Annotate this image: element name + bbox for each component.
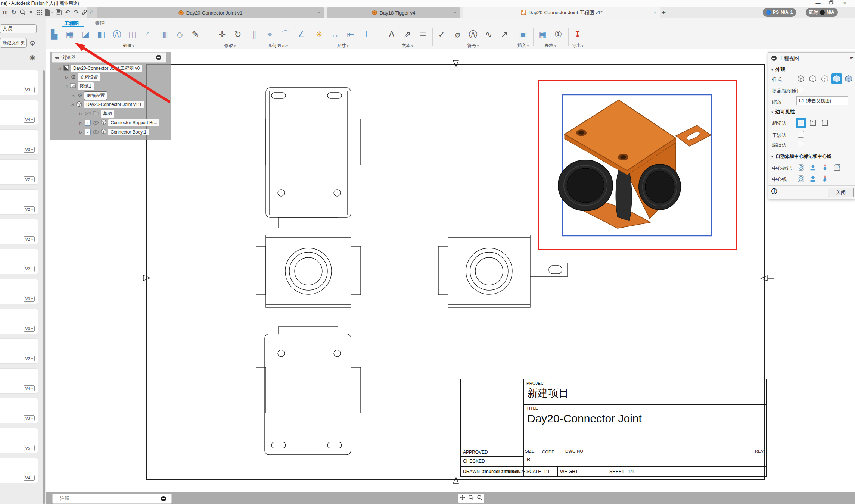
version-badge[interactable]: V4▾	[24, 117, 35, 123]
group-label-symbols[interactable]: 符号▾	[435, 43, 511, 49]
save-icon[interactable]	[55, 8, 63, 17]
style-visible-edges-icon[interactable]	[796, 73, 806, 84]
tree-label[interactable]: Day20-Connector Joint 工程图 v0	[71, 65, 142, 72]
rotate-icon[interactable]: ↻	[231, 28, 244, 41]
version-badge[interactable]: V3▾	[24, 87, 35, 93]
group-label-geometry[interactable]: 几何图元▾	[248, 43, 308, 49]
document-tab-3-active[interactable]: Day20-Connector Joint 工程图 v1* ×	[463, 7, 660, 18]
version-badge[interactable]: V2▾	[24, 266, 35, 272]
search-icon[interactable]	[19, 8, 27, 17]
new-tab-button[interactable]: +	[662, 9, 666, 17]
eye-icon[interactable]	[93, 130, 99, 134]
close-panel-button[interactable]: 关闭	[828, 188, 854, 197]
version-card[interactable]: V4▾	[0, 100, 38, 125]
version-card[interactable]: V3▾	[0, 70, 38, 95]
version-card[interactable]: V4▾	[0, 369, 38, 393]
zoom-icon[interactable]	[468, 495, 474, 502]
center-mark-remove-icon[interactable]	[820, 162, 830, 173]
group-label-text[interactable]: 文本▾	[385, 43, 429, 49]
visibility-checkbox[interactable]: ✓	[85, 120, 91, 126]
collapse-right-icon[interactable]: ▸▸	[850, 55, 852, 59]
sync-icon[interactable]: ↻	[10, 8, 18, 17]
tree-label[interactable]: 文档设置	[78, 73, 100, 81]
version-card[interactable]: V3▾	[0, 309, 38, 334]
tab-close-icon[interactable]: ×	[653, 10, 656, 15]
visibility-checkbox[interactable]: ✓	[85, 129, 91, 135]
style-hidden-edges-icon[interactable]	[808, 73, 818, 84]
interference-checkbox[interactable]	[798, 131, 804, 138]
style-shaded-icon-selected[interactable]	[831, 73, 842, 84]
panel-toggle-icon[interactable]	[161, 496, 166, 501]
version-card[interactable]: V3▾	[0, 130, 38, 154]
grid-menu-icon[interactable]	[35, 8, 43, 17]
version-badge[interactable]: V3▾	[24, 415, 35, 421]
tree-row-body-2[interactable]: ▷ ✓ Connector Body:1	[78, 128, 149, 136]
tree-label[interactable]: 草图	[101, 110, 114, 118]
version-badge[interactable]: V4▾	[24, 385, 35, 391]
tree-label[interactable]: Day20-Connector Joint v1:1	[84, 101, 144, 108]
version-card[interactable]: V4▾	[0, 458, 38, 483]
move-icon[interactable]: ✛	[216, 28, 228, 41]
expander-icon[interactable]: ▷	[78, 121, 83, 125]
auxiliary-view-icon[interactable]: ◪	[79, 28, 92, 41]
center-mark-apply-icon[interactable]	[808, 162, 818, 173]
section-edge-visibility[interactable]: ▼边可见性	[771, 109, 795, 115]
document-t​ab-2[interactable]: Day18-Tigger v4 ×	[327, 7, 460, 18]
tangent-shortened-icon[interactable]	[808, 118, 818, 128]
notes-panel-bar[interactable]: 注释	[52, 494, 172, 504]
tree-row-doc-settings[interactable]: ▷ ⚙ 文档设置	[65, 73, 100, 81]
scale-input[interactable]	[796, 96, 848, 105]
version-badge[interactable]: V2▾	[24, 176, 35, 182]
group-label-insert[interactable]: 插入▾	[517, 43, 529, 49]
expander-icon[interactable]: ▷	[71, 94, 76, 98]
centerline-icon[interactable]: ∥	[248, 28, 261, 41]
leader-arrow-icon[interactable]: ↗	[498, 28, 511, 41]
undo-icon[interactable]: ↶	[63, 8, 72, 17]
version-card[interactable]: V3▾	[0, 398, 38, 423]
expander-icon[interactable]: ◿	[57, 66, 62, 71]
tree-label[interactable]: Connector Body:1	[108, 129, 149, 135]
surface-finish-icon[interactable]: ✓	[435, 28, 448, 41]
quality-checkbox[interactable]	[798, 87, 804, 93]
minimize-button[interactable]: —	[812, 0, 824, 6]
document-tab-1[interactable]: Day20-Connector Joint v1 ×	[97, 7, 324, 18]
tree-row-component[interactable]: ◿ Day20-Connector Joint v1:1	[70, 100, 144, 109]
auto-dimension-icon[interactable]: ✳	[313, 28, 326, 41]
tree-row-sketches[interactable]: ▷ 草图	[78, 109, 114, 118]
drawing-canvas[interactable]: PROJECT 新建项目 TITLE Day20-Connector Joint…	[46, 49, 855, 492]
version-badge[interactable]: V3▾	[24, 296, 35, 302]
group-label-dimension[interactable]: 尺寸▾	[313, 43, 373, 49]
version-badge[interactable]: V3▾	[24, 326, 35, 332]
center-mark-icon[interactable]: ⌖	[264, 28, 276, 41]
sketch-icon[interactable]: ✎	[189, 28, 202, 41]
thread-checkbox[interactable]	[798, 141, 804, 147]
version-badge[interactable]: V3▾	[24, 147, 35, 153]
leader-text-icon[interactable]: ⇗	[401, 28, 414, 41]
style-shaded-hidden-icon[interactable]	[820, 73, 830, 84]
insert-image-icon[interactable]: ▣	[517, 28, 529, 41]
section-view-icon[interactable]: ◧	[95, 28, 108, 41]
text-icon[interactable]: A	[385, 28, 398, 41]
version-badge[interactable]: V2▾	[24, 356, 35, 361]
version-card[interactable]: V2▾	[0, 160, 38, 184]
version-card[interactable]: V5▾	[0, 428, 38, 453]
feature-control-frame-icon[interactable]: ⌀	[451, 28, 464, 41]
zoom-window-icon[interactable]	[477, 495, 483, 502]
center-arc-icon[interactable]: ⌒	[279, 28, 292, 41]
table-icon[interactable]: ▦	[536, 28, 549, 41]
center-mark-fillet-icon[interactable]	[831, 162, 842, 173]
base-view-icon[interactable]: ▙	[48, 28, 60, 41]
detail-view-icon[interactable]: Ⓐ	[111, 28, 123, 41]
version-card[interactable]: V2▾	[0, 190, 38, 214]
version-badge[interactable]: V5▾	[24, 445, 35, 451]
projected-view-icon[interactable]: ▦	[63, 28, 76, 41]
balloon-icon[interactable]: ①	[552, 28, 565, 41]
expander-icon[interactable]: ▷	[78, 112, 83, 116]
close-doc-icon[interactable]: ×	[27, 8, 35, 17]
version-badge[interactable]: V2▾	[24, 206, 35, 212]
panel-toggle-icon[interactable]	[771, 56, 777, 61]
3d-drawing-view-icon[interactable]: ◇	[173, 28, 186, 41]
pan-hand-icon[interactable]	[460, 495, 466, 502]
section-appearance[interactable]: ▼外观	[771, 66, 785, 73]
expander-icon[interactable]: ▷	[78, 130, 83, 134]
